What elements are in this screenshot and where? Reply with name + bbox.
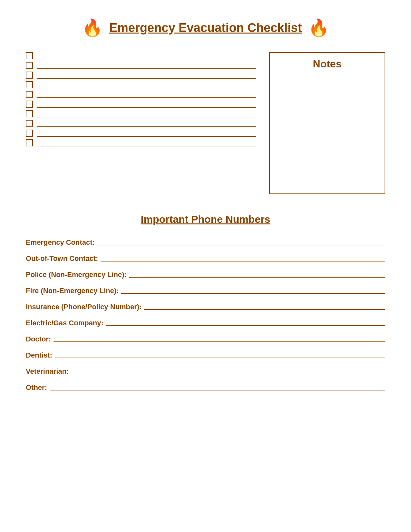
checkbox-4[interactable] bbox=[26, 81, 33, 88]
phone-section: Important Phone Numbers Emergency Contac… bbox=[26, 213, 385, 392]
checkbox-3[interactable] bbox=[26, 72, 33, 79]
checklist-item bbox=[26, 110, 256, 117]
phone-line bbox=[55, 358, 385, 358]
notes-box: Notes bbox=[269, 52, 385, 194]
phone-line bbox=[54, 341, 385, 342]
checklist-line bbox=[37, 59, 256, 59]
phone-label: Dentist: bbox=[26, 351, 52, 360]
checklist-line bbox=[37, 78, 256, 79]
checklist-item bbox=[26, 52, 256, 59]
checklist-item bbox=[26, 72, 256, 79]
checklist-item bbox=[26, 101, 256, 108]
page-header: 🔥 Emergency Evacuation Checklist 🔥 bbox=[26, 13, 385, 36]
phone-label: Police (Non-Emergency Line): bbox=[26, 271, 127, 279]
phone-label: Out-of-Town Contact: bbox=[26, 254, 98, 263]
phone-line bbox=[121, 293, 385, 294]
phone-section-title: Important Phone Numbers bbox=[26, 213, 385, 225]
phone-row: Out-of-Town Contact: bbox=[26, 254, 385, 263]
checkbox-5[interactable] bbox=[26, 91, 33, 98]
phone-row: Other: bbox=[26, 383, 385, 392]
checkbox-10[interactable] bbox=[26, 139, 33, 146]
checklist-line bbox=[37, 97, 256, 98]
checklist-item bbox=[26, 91, 256, 98]
flame-icon-right: 🔥 bbox=[308, 19, 329, 36]
checklist-item bbox=[26, 62, 256, 69]
checklist-line bbox=[37, 146, 256, 146]
top-section: Notes bbox=[26, 52, 385, 194]
phone-row: Police (Non-Emergency Line): bbox=[26, 271, 385, 279]
phone-line bbox=[71, 374, 385, 374]
checkbox-1[interactable] bbox=[26, 52, 33, 59]
checkbox-9[interactable] bbox=[26, 130, 33, 137]
checklist-item bbox=[26, 120, 256, 127]
phone-label: Insurance (Phone/Policy Number): bbox=[26, 303, 142, 311]
phone-label: Veterinarian: bbox=[26, 367, 69, 376]
checkbox-2[interactable] bbox=[26, 62, 33, 69]
checkbox-6[interactable] bbox=[26, 101, 33, 108]
phone-line bbox=[97, 245, 385, 245]
notes-title: Notes bbox=[276, 58, 378, 70]
flame-icon-left: 🔥 bbox=[82, 19, 103, 36]
phone-row: Doctor: bbox=[26, 335, 385, 343]
checklist-area bbox=[26, 52, 256, 194]
checklist-item bbox=[26, 130, 256, 137]
phone-line bbox=[144, 309, 385, 310]
phone-row: Emergency Contact: bbox=[26, 238, 385, 247]
checkbox-8[interactable] bbox=[26, 120, 33, 127]
phone-label: Other: bbox=[26, 383, 47, 392]
phone-line bbox=[101, 261, 385, 261]
phone-row: Veterinarian: bbox=[26, 367, 385, 376]
phone-label: Doctor: bbox=[26, 335, 51, 343]
phone-label: Electric/Gas Company: bbox=[26, 319, 103, 327]
phone-line bbox=[106, 325, 385, 326]
checkbox-7[interactable] bbox=[26, 110, 33, 117]
checklist-item bbox=[26, 139, 256, 146]
checklist-line bbox=[37, 88, 256, 88]
phone-line bbox=[129, 277, 385, 278]
phone-row: Electric/Gas Company: bbox=[26, 319, 385, 327]
checklist-line bbox=[37, 68, 256, 69]
phone-line bbox=[50, 390, 385, 390]
phone-label: Fire (Non-Emergency Line): bbox=[26, 287, 119, 295]
phone-row: Dentist: bbox=[26, 351, 385, 360]
phone-label: Emergency Contact: bbox=[26, 238, 95, 247]
checklist-line bbox=[37, 126, 256, 127]
checklist-line bbox=[37, 107, 256, 108]
checklist-item bbox=[26, 81, 256, 88]
checklist-line bbox=[37, 136, 256, 137]
page-title: Emergency Evacuation Checklist bbox=[109, 21, 302, 35]
checklist-line bbox=[37, 117, 256, 117]
phone-row: Fire (Non-Emergency Line): bbox=[26, 287, 385, 295]
phone-row: Insurance (Phone/Policy Number): bbox=[26, 303, 385, 311]
phone-rows: Emergency Contact:Out-of-Town Contact:Po… bbox=[26, 238, 385, 392]
